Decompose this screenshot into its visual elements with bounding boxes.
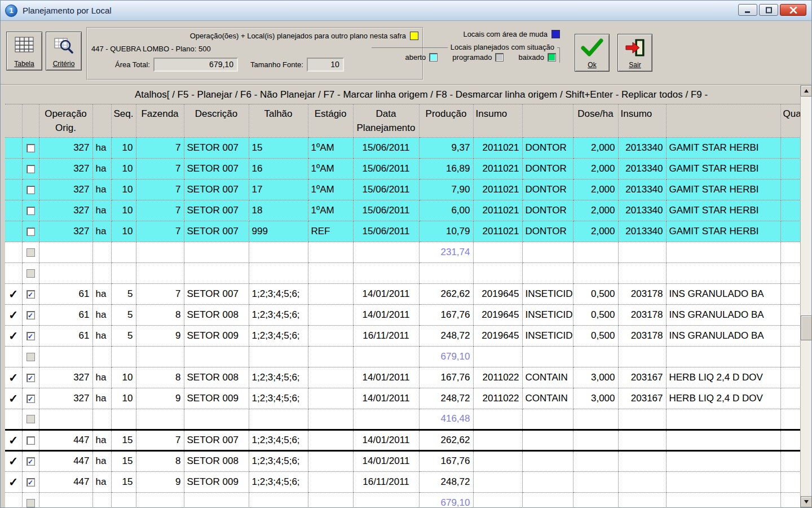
cell-op[interactable]: 327	[39, 367, 92, 388]
cell-quali[interactable]	[780, 137, 800, 158]
column-header-insumo1[interactable]: Insumo	[473, 104, 522, 137]
cell-talhao[interactable]: 1;2;3;4;5;6;	[249, 325, 308, 346]
cell-quali[interactable]	[780, 200, 800, 221]
cell-cb[interactable]	[22, 179, 39, 200]
row-checkbox[interactable]: ✓	[27, 457, 35, 466]
cell-quali[interactable]	[780, 179, 800, 200]
cell-data[interactable]	[353, 242, 419, 262]
cell-ha[interactable]: ha	[92, 304, 111, 325]
cell-nome2[interactable]	[666, 262, 780, 283]
cell-descricao[interactable]: SETOR 007	[184, 179, 249, 200]
cell-insumo2[interactable]: 203178	[618, 304, 666, 325]
cell-cb[interactable]: ✓	[22, 304, 39, 325]
cell-nome1[interactable]	[522, 262, 573, 283]
row-checkbox[interactable]: ✓	[27, 395, 35, 403]
cell-nome1[interactable]	[522, 409, 573, 430]
cell-quali[interactable]	[780, 409, 800, 430]
cell-op[interactable]	[39, 262, 92, 283]
cell-op[interactable]: 327	[39, 200, 92, 221]
cell-insumo1[interactable]	[473, 262, 522, 283]
cell-dose[interactable]	[573, 430, 618, 450]
cell-op[interactable]: 327	[39, 158, 92, 179]
row-checkbox[interactable]	[27, 353, 35, 361]
cell-estagio[interactable]	[308, 346, 353, 367]
cell-fazenda[interactable]: 8	[136, 304, 184, 325]
cell-op[interactable]: 61	[39, 325, 92, 346]
cell-seq[interactable]: 10	[111, 158, 136, 179]
table-row[interactable]: ✓✓447ha158SETOR 0081;2;3;4;5;6;14/01/201…	[5, 450, 800, 471]
cell-producao[interactable]: 248,72	[419, 388, 473, 409]
cell-op[interactable]	[39, 242, 92, 262]
cell-nome2[interactable]: INS GRANULADO BA	[666, 325, 780, 346]
row-origin-marker[interactable]	[5, 179, 22, 200]
cell-quali[interactable]	[780, 262, 800, 283]
cell-dose[interactable]: 3,000	[573, 367, 618, 388]
cell-descricao[interactable]: SETOR 008	[184, 450, 249, 471]
cell-op[interactable]: 327	[39, 221, 92, 242]
column-header-data[interactable]: Data Planejamento	[353, 104, 419, 137]
cell-insumo1[interactable]: 2011021	[473, 221, 522, 242]
cell-descricao[interactable]: SETOR 007	[184, 200, 249, 221]
row-origin-marker[interactable]	[5, 409, 22, 430]
cell-nome1[interactable]	[522, 430, 573, 450]
cell-dose[interactable]	[573, 471, 618, 492]
app-icon[interactable]: 1	[5, 5, 17, 17]
cell-seq[interactable]	[111, 409, 136, 430]
cell-insumo2[interactable]: 203167	[618, 367, 666, 388]
ok-button[interactable]: Ok	[575, 34, 610, 72]
cell-talhao[interactable]	[249, 346, 308, 367]
cell-nome1[interactable]: DONTOR	[522, 179, 573, 200]
cell-descricao[interactable]: SETOR 009	[184, 471, 249, 492]
cell-fazenda[interactable]: 7	[136, 283, 184, 304]
table-row[interactable]: ✓✓327ha109SETOR 0091;2;3;4;5;6;14/01/201…	[5, 388, 800, 409]
cell-descricao[interactable]	[184, 262, 249, 283]
row-checkbox[interactable]: ✓	[27, 374, 35, 382]
row-checkbox[interactable]: ✓	[27, 311, 35, 319]
cell-dose[interactable]	[573, 262, 618, 283]
cell-ha[interactable]: ha	[92, 367, 111, 388]
cell-quali[interactable]	[780, 304, 800, 325]
cell-insumo2[interactable]	[618, 346, 666, 367]
cell-quali[interactable]	[780, 221, 800, 242]
cell-talhao[interactable]: 1;2;3;4;5;6;	[249, 304, 308, 325]
row-origin-marker[interactable]: ✓	[5, 430, 22, 450]
cell-ha[interactable]	[92, 346, 111, 367]
cell-seq[interactable]: 5	[111, 304, 136, 325]
cell-data[interactable]: 16/11/2011	[353, 325, 419, 346]
row-origin-marker[interactable]	[5, 492, 22, 507]
cell-estagio[interactable]	[308, 471, 353, 492]
cell-producao[interactable]: 262,62	[419, 283, 473, 304]
cell-dose[interactable]: 0,500	[573, 304, 618, 325]
cell-nome1[interactable]: CONTAIN	[522, 367, 573, 388]
column-header-ha[interactable]	[92, 104, 111, 137]
cell-insumo2[interactable]: 2013340	[618, 200, 666, 221]
cell-quali[interactable]	[780, 430, 800, 450]
cell-fazenda[interactable]: 7	[136, 137, 184, 158]
cell-insumo1[interactable]	[473, 409, 522, 430]
row-checkbox[interactable]: ✓	[27, 290, 35, 299]
cell-insumo1[interactable]: 2011022	[473, 388, 522, 409]
cell-quali[interactable]	[780, 367, 800, 388]
cell-seq[interactable]: 5	[111, 325, 136, 346]
cell-insumo2[interactable]	[618, 450, 666, 471]
cell-ha[interactable]: ha	[92, 158, 111, 179]
cell-quali[interactable]	[780, 325, 800, 346]
cell-quali[interactable]	[780, 388, 800, 409]
cell-descricao[interactable]: SETOR 008	[184, 304, 249, 325]
close-button[interactable]	[780, 4, 806, 16]
cell-descricao[interactable]: SETOR 007	[184, 430, 249, 450]
cell-cb[interactable]	[22, 430, 39, 450]
cell-estagio[interactable]: 1ºAM	[308, 200, 353, 221]
row-origin-marker[interactable]	[5, 262, 22, 283]
cell-nome1[interactable]: INSETICID	[522, 304, 573, 325]
cell-nome2[interactable]	[666, 346, 780, 367]
cell-insumo1[interactable]: 2011021	[473, 179, 522, 200]
column-header-insumo2[interactable]: Insumo	[618, 104, 666, 137]
maximize-button[interactable]	[759, 4, 778, 16]
cell-insumo2[interactable]: 2013340	[618, 137, 666, 158]
cell-ha[interactable]: ha	[92, 179, 111, 200]
cell-insumo2[interactable]: 203178	[618, 283, 666, 304]
cell-fazenda[interactable]	[136, 346, 184, 367]
row-origin-marker[interactable]	[5, 158, 22, 179]
cell-fazenda[interactable]	[136, 262, 184, 283]
